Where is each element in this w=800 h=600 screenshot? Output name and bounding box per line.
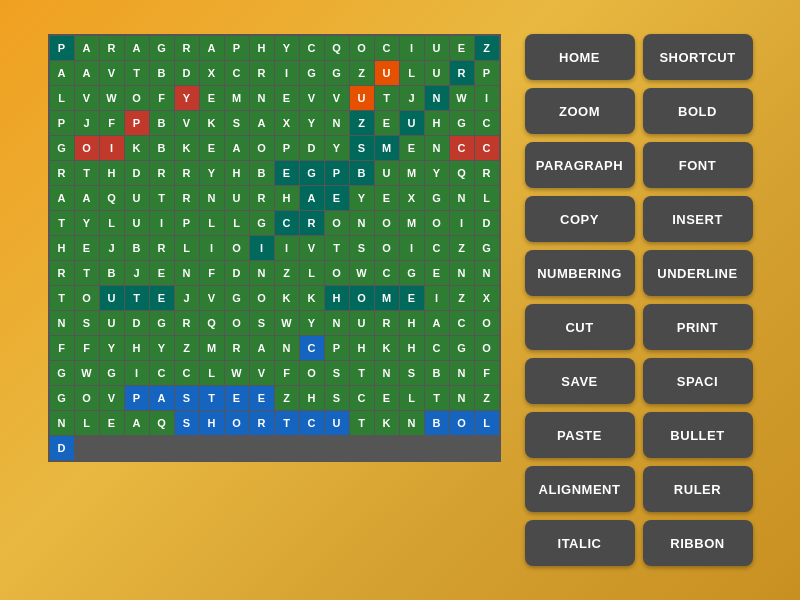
btn-copy[interactable]: COPY [525, 196, 635, 242]
grid-cell: N [325, 311, 349, 335]
btn-cut[interactable]: CUT [525, 304, 635, 350]
grid-cell: N [400, 411, 424, 435]
btn-paragraph[interactable]: PARAGRAPH [525, 142, 635, 188]
grid-cell: E [275, 86, 299, 110]
grid-cell: E [400, 136, 424, 160]
grid-cell: P [125, 111, 149, 135]
grid-cell: S [175, 386, 199, 410]
grid-cell: F [75, 336, 99, 360]
grid-cell: I [150, 211, 174, 235]
grid-cell: N [250, 261, 274, 285]
grid-cell: T [325, 236, 349, 260]
grid-cell: Z [475, 386, 499, 410]
btn-home[interactable]: HOME [525, 34, 635, 80]
grid-cell: H [250, 36, 274, 60]
grid-cell: G [225, 286, 249, 310]
grid-cell: G [300, 161, 324, 185]
grid-cell: E [425, 261, 449, 285]
grid-cell: D [50, 436, 74, 460]
grid-cell: W [75, 361, 99, 385]
btn-numbering[interactable]: NUMBERING [525, 250, 635, 296]
grid-cell: T [275, 411, 299, 435]
grid-cell: F [275, 361, 299, 385]
grid-cell: U [400, 111, 424, 135]
grid-cell: C [150, 361, 174, 385]
btn-insert[interactable]: INSERT [643, 196, 753, 242]
grid-cell: G [300, 61, 324, 85]
grid-cell: S [400, 361, 424, 385]
grid-cell: U [325, 411, 349, 435]
grid-cell: S [250, 311, 274, 335]
grid-cell: B [425, 411, 449, 435]
grid-cell: E [375, 386, 399, 410]
btn-italic[interactable]: ITALIC [525, 520, 635, 566]
grid-cell: P [50, 111, 74, 135]
grid-cell: R [225, 336, 249, 360]
btn-underline[interactable]: UNDERLINE [643, 250, 753, 296]
grid-cell: E [250, 386, 274, 410]
grid-cell: G [450, 111, 474, 135]
grid-cell: P [325, 336, 349, 360]
grid-cell: G [100, 361, 124, 385]
grid-cell: K [375, 411, 399, 435]
grid-cell: H [350, 336, 374, 360]
grid-cell: X [200, 61, 224, 85]
grid-cell: D [175, 61, 199, 85]
grid-cell: U [100, 286, 124, 310]
grid-cell: R [300, 211, 324, 235]
btn-zoom[interactable]: ZOOM [525, 88, 635, 134]
grid-cell: N [325, 111, 349, 135]
grid-cell: I [200, 236, 224, 260]
grid-cell: W [450, 86, 474, 110]
grid-cell: A [425, 311, 449, 335]
grid-cell: L [200, 211, 224, 235]
grid-cell: G [150, 36, 174, 60]
grid-cell: Y [175, 86, 199, 110]
btn-ruler[interactable]: RULER [643, 466, 753, 512]
grid-cell: R [450, 61, 474, 85]
grid-cell: O [75, 386, 99, 410]
grid-cell: X [400, 186, 424, 210]
btn-shortcut[interactable]: SHORTCUT [643, 34, 753, 80]
grid-cell: W [225, 361, 249, 385]
grid-cell: N [50, 411, 74, 435]
btn-ribbon[interactable]: RIBBON [643, 520, 753, 566]
grid-cell: N [375, 361, 399, 385]
grid-cell: V [325, 86, 349, 110]
grid-cell: S [75, 311, 99, 335]
btn-print[interactable]: PRINT [643, 304, 753, 350]
grid-cell: D [475, 211, 499, 235]
grid-cell: B [150, 136, 174, 160]
grid-cell: C [300, 411, 324, 435]
grid-cell: A [125, 36, 149, 60]
grid-cell: M [200, 336, 224, 360]
grid-cell: O [350, 286, 374, 310]
grid-cell: N [450, 386, 474, 410]
grid-cell: U [125, 211, 149, 235]
grid-cell: H [325, 286, 349, 310]
grid-cell: H [200, 411, 224, 435]
btn-font[interactable]: FONT [643, 142, 753, 188]
grid-cell: Y [325, 136, 349, 160]
btn-bullet[interactable]: BULLET [643, 412, 753, 458]
grid-cell: R [150, 236, 174, 260]
btn-bold[interactable]: BOLD [643, 88, 753, 134]
buttons-panel: HOMESHORTCUTZOOMBOLDPARAGRAPHFONTCOPYINS… [525, 34, 753, 566]
grid-cell: V [300, 86, 324, 110]
grid-cell: T [350, 411, 374, 435]
grid-cell: C [450, 311, 474, 335]
grid-cell: A [75, 61, 99, 85]
grid-cell: B [250, 161, 274, 185]
grid-cell: D [300, 136, 324, 160]
grid-cell: O [450, 411, 474, 435]
btn-alignment[interactable]: ALIGNMENT [525, 466, 635, 512]
grid-cell: K [375, 336, 399, 360]
btn-spaci[interactable]: SPACI [643, 358, 753, 404]
grid-cell: G [50, 361, 74, 385]
grid-cell: O [75, 286, 99, 310]
grid-cell: L [475, 411, 499, 435]
grid-cell: A [225, 136, 249, 160]
btn-paste[interactable]: PASTE [525, 412, 635, 458]
grid-cell: T [50, 286, 74, 310]
btn-save[interactable]: SAVE [525, 358, 635, 404]
